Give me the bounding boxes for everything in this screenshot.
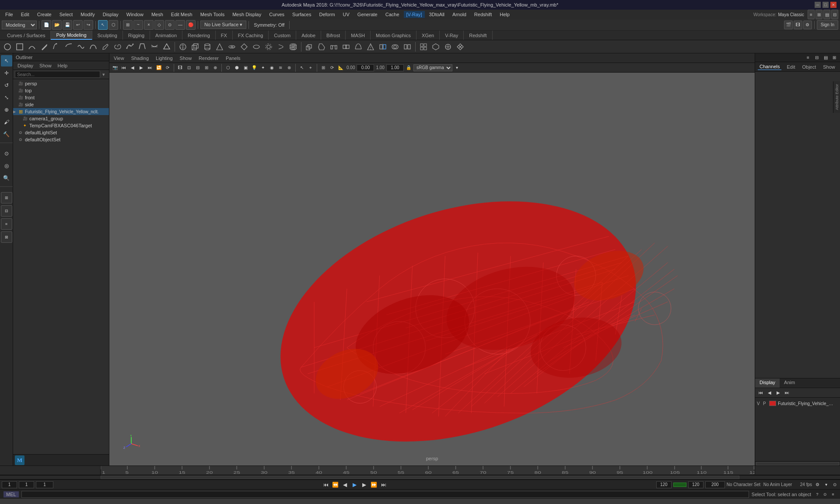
layer-tab-display[interactable]: Display [755,378,780,388]
close-button[interactable]: ✕ [830,2,836,8]
tool-combine[interactable] [340,41,352,52]
vp-lock-icon[interactable]: 🔒 [405,64,413,72]
snap-view-btn[interactable]: ⊙ [165,20,175,30]
end-frame-display[interactable] [656,481,672,488]
vp-texture[interactable]: ▣ [242,64,249,72]
vp-renderer-menu[interactable]: Renderer [196,55,221,61]
workspace-btn4[interactable]: ⊟ [831,10,838,19]
tab-motion-graphics[interactable]: Motion Graphics [371,31,416,40]
tab-rigging[interactable]: Rigging [123,31,150,40]
next-frame-btn[interactable]: ▶ [360,480,369,489]
anim-prefs-btn[interactable]: ⊙ [831,481,838,488]
vp-cam-tools2[interactable]: ⟳ [328,64,336,72]
workspace-btn1[interactable]: ≡ [808,10,815,19]
redo-btn[interactable]: ↪ [84,20,93,30]
zoom-left[interactable]: 🔍 [1,172,12,184]
scale-tool[interactable]: ⤡ [1,92,12,103]
menu-create[interactable]: Create [34,11,55,18]
vp-dof[interactable]: ⊗ [285,64,293,72]
menu-display[interactable]: Display [99,11,122,18]
paint-tool[interactable]: 🖌 [1,116,12,128]
move-tool[interactable]: ✛ [1,67,12,79]
tool-pencil[interactable] [100,41,111,52]
tab-sculpting[interactable]: Sculpting [92,31,123,40]
playback-prefs-btn[interactable]: ▾ [822,481,830,488]
tool-curve3[interactable] [149,41,160,52]
menu-modify[interactable]: Modify [77,11,98,18]
manip-tool[interactable]: ⊕ [1,104,12,116]
layer-tab-anim[interactable]: Anim [780,378,799,388]
vp-play-fwd[interactable]: ▶ [137,64,145,72]
tab-fx-caching[interactable]: FX Caching [233,31,269,40]
tool-cube[interactable] [189,41,201,52]
tab-vray[interactable]: V-Ray [440,31,464,40]
menu-edit-mesh[interactable]: Edit Mesh [168,11,196,18]
vp-cam-settings[interactable]: 🎞 [176,64,184,72]
vp-value1-input[interactable] [357,64,374,71]
vp-motion-blur[interactable]: ≋ [276,64,284,72]
tool-torus[interactable] [226,41,238,52]
tool-square[interactable] [14,41,25,52]
channels-tab-channels[interactable]: Channels [758,63,781,70]
mode-dropdown[interactable]: Modeling [2,21,37,29]
tool-arc2[interactable] [63,41,74,52]
range-end-input[interactable] [688,481,704,488]
menu-mesh-display[interactable]: Mesh Display [229,11,265,18]
vp-prev-frame[interactable]: ⏮ [120,64,128,72]
outliner-search-input[interactable] [15,71,100,78]
select-tool[interactable]: ↖ [1,55,12,66]
vp-hud[interactable]: ⊕ [211,64,219,72]
render-settings-btn[interactable]: ⚙ [803,21,812,29]
menu-redshift[interactable]: Redshift [471,11,495,18]
tool-three-pt[interactable] [161,41,172,52]
layer-p-toggle[interactable]: P [763,401,767,406]
vp-panels-menu[interactable]: Panels [223,55,243,61]
current-frame-input[interactable] [19,481,34,488]
new-scene-btn[interactable]: 📄 [42,20,51,30]
ch-icon3[interactable]: ▤ [822,54,830,62]
fps-settings-btn[interactable]: ⚙ [814,481,821,488]
vp-view-menu[interactable]: View [111,55,127,61]
vp-loop[interactable]: 🔁 [155,64,163,72]
tool-arc1[interactable] [51,41,62,52]
snap-grid-btn[interactable]: ⊞ [123,20,133,30]
menu-vray[interactable]: [V-Ray] [404,11,425,18]
help-icon[interactable]: ? [814,491,821,498]
tab-custom[interactable]: Custom [269,31,296,40]
tool-bridge[interactable] [328,41,340,52]
tool-bezier2[interactable] [136,41,148,52]
snap-surface-btn[interactable]: ◇ [154,20,164,30]
sets2-left[interactable]: ⊟ [1,205,12,217]
outliner-item-top[interactable]: 🎥 top [13,87,109,94]
layer-next-btn[interactable]: ⏭ [783,389,791,397]
tool-circle[interactable] [2,41,13,52]
tool-triangulate[interactable] [365,41,376,52]
tab-fx[interactable]: FX [216,31,233,40]
vp-wireframe[interactable]: ⬡ [224,64,232,72]
render-seq-btn[interactable]: 🎞 [794,21,802,29]
tool-extrude[interactable] [304,41,315,52]
vp-res-gate[interactable]: ⊡ [185,64,193,72]
sets-left[interactable]: ⊞ [1,192,12,203]
layer-color-swatch[interactable] [769,401,776,406]
select-tool-btn[interactable]: ↖ [98,20,108,30]
vp-isolate[interactable]: ⌖ [307,64,315,72]
vp-solid[interactable]: ⬢ [233,64,241,72]
tool-boolean[interactable] [389,41,401,52]
tool-bezier[interactable] [88,41,99,52]
status-icon2[interactable]: ≡ [830,491,836,498]
workspace-btn2[interactable]: ⊞ [816,10,822,19]
outliner-search-dropdown[interactable]: ▾ [100,71,107,78]
menu-uv[interactable]: UV [340,11,353,18]
no-live-surface-btn[interactable]: No Live Surface ▾ [200,21,246,29]
tool-wave[interactable] [75,41,87,52]
menu-3dtoall[interactable]: 3DtoAll [426,11,448,18]
layer-back-btn[interactable]: ◀ [766,389,774,397]
snap-live-btn[interactable]: 🔴 [186,20,196,30]
outliner-item-tempcam[interactable]: ✦ TempCamFBXASC046Target [13,122,109,129]
save-btn[interactable]: 💾 [63,20,72,30]
vp-safe-frame[interactable]: ⊟ [194,64,202,72]
tool-pipe[interactable] [287,41,299,52]
tab-adobe[interactable]: Adobe [296,31,321,40]
sculpt-tool[interactable]: 🔨 [1,129,12,140]
